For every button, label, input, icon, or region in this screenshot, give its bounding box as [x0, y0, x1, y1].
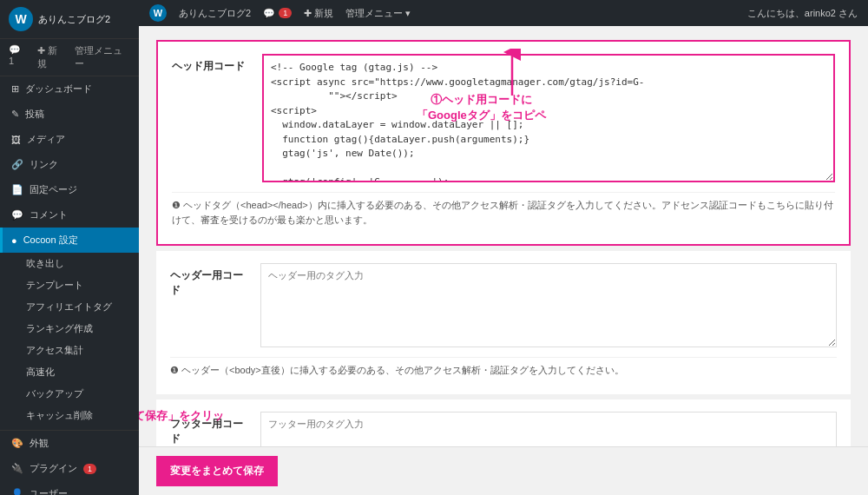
header-code-hint: ❶ ヘッダー（<body>直後）に挿入する必要のある、その他アクセス解析・認証タ… [170, 357, 837, 383]
head-code-row: ヘッド用コード <!-- Google tag (gtag.js) --> <s… [172, 54, 835, 185]
sidebar-menu: ⊞ ダッシュボード ✎ 投稿 🖼 メディア 🔗 リンク 📄 固定ページ 💬 コメ… [0, 76, 139, 495]
sidebar-header: W ありんこブログ2 [0, 0, 139, 39]
sidebar-item-users[interactable]: 👤 ユーザー [0, 481, 139, 495]
head-code-textarea[interactable]: <!-- Google tag (gtag.js) --> <script as… [262, 54, 835, 182]
media-icon: 🖼 [11, 135, 21, 145]
sidebar-item-speedup[interactable]: 高速化 [17, 361, 139, 383]
head-code-field: <!-- Google tag (gtag.js) --> <script as… [262, 54, 835, 185]
admin-bar-new[interactable]: ✚ 新規 [304, 7, 333, 20]
links-icon: 🔗 [11, 159, 23, 170]
comments-icon: 💬 [11, 209, 23, 221]
admin-menu[interactable]: 管理メニュー [75, 44, 130, 70]
sidebar-item-template[interactable]: テンプレート [17, 274, 139, 296]
header-code-section: ヘッダー用コード ❶ ヘッダー（<body>直後）に挿入する必要のある、その他ア… [156, 251, 851, 394]
admin-bar-sitename[interactable]: ありんこブログ2 [179, 7, 251, 20]
wp-logo: W [9, 7, 33, 31]
wp-logo-small: W [149, 4, 167, 22]
admin-bar-left: W ありんこブログ2 💬 1 ✚ 新規 管理メニュー ▾ [149, 4, 411, 22]
content-wrapper: ①ヘッド用コードに「Googleタグ」をコピペ ヘッド用コード <!-- Goo… [156, 40, 851, 446]
sidebar-item-backup[interactable]: バックアップ [17, 383, 139, 405]
admin-bar-logo[interactable]: W [149, 4, 167, 22]
sidebar-item-posts[interactable]: ✎ 投稿 [0, 102, 139, 127]
admin-bar-comments[interactable]: 💬 1 [263, 8, 292, 19]
sidebar-item-appearance[interactable]: 🎨 外観 [0, 431, 139, 456]
new-post[interactable]: ✚ 新規 [37, 44, 66, 70]
head-code-hint: ❶ ヘッドタグ（<head></head>）内に挿入する必要のある、その他アクセ… [172, 192, 835, 232]
header-code-label: ヘッダー用コード [170, 263, 248, 298]
sidebar-item-media[interactable]: 🖼 メディア [0, 127, 139, 152]
footer-bar: 変更をまとめて保存 [139, 446, 868, 495]
sidebar-item-links[interactable]: 🔗 リンク [0, 152, 139, 177]
sidebar-item-cocoon[interactable]: ● Cocoon 設定 [0, 228, 139, 253]
dashboard-icon: ⊞ [11, 83, 19, 95]
site-name: ありんこブログ2 [38, 13, 110, 26]
pages-icon: 📄 [11, 184, 23, 195]
footer-code-label: フッター用コード [170, 412, 248, 446]
main-content: ①ヘッド用コードに「Googleタグ」をコピペ ヘッド用コード <!-- Goo… [139, 26, 868, 446]
admin-bar-menu[interactable]: 管理メニュー ▾ [345, 7, 411, 20]
header-code-field [260, 263, 837, 350]
admin-bar: W ありんこブログ2 💬 1 ✚ 新規 管理メニュー ▾ こんにちは、arink… [139, 0, 868, 26]
posts-icon: ✎ [11, 109, 19, 120]
cocoon-submenu: 吹き出し テンプレート アフィリエイトタグ ランキング作成 アクセス集計 高速化… [0, 253, 139, 426]
comment-count[interactable]: 💬 1 [9, 44, 29, 70]
top-bar-items: 💬 1 ✚ 新規 管理メニュー [0, 39, 139, 76]
footer-code-section: フッター用コード ❶ フッター（</body>直後）に挿入する必要のある、その他… [156, 399, 851, 446]
admin-bar-user: こんにちは、arinko2 さん [747, 7, 858, 20]
sidebar-item-ranking[interactable]: ランキング作成 [17, 318, 139, 340]
appearance-icon: 🎨 [11, 438, 23, 449]
sidebar-item-comments[interactable]: 💬 コメント [0, 202, 139, 228]
comment-badge: 1 [279, 8, 292, 18]
sidebar-item-pages[interactable]: 📄 固定ページ [0, 177, 139, 202]
head-code-label: ヘッド用コード [172, 54, 250, 74]
footer-code-textarea[interactable] [260, 412, 837, 446]
sidebar-item-affiliate[interactable]: アフィリエイトタグ [17, 296, 139, 318]
footer-section-wrapper: ②「変更をまとめて保存」をクリック フッター用コード [156, 399, 851, 446]
header-code-textarea[interactable] [260, 263, 837, 347]
sidebar-item-plugins[interactable]: 🔌 プラグイン 1 [0, 456, 139, 481]
footer-code-field [260, 412, 837, 446]
header-code-row: ヘッダー用コード [170, 263, 837, 350]
plugins-icon: 🔌 [11, 463, 23, 474]
sidebar-item-balloon[interactable]: 吹き出し [17, 253, 139, 274]
sidebar-item-dashboard[interactable]: ⊞ ダッシュボード [0, 76, 139, 102]
save-button[interactable]: 変更をまとめて保存 [156, 456, 278, 486]
cocoon-icon: ● [11, 235, 17, 246]
plugins-badge: 1 [83, 464, 96, 474]
head-code-section: ヘッド用コード <!-- Google tag (gtag.js) --> <s… [156, 40, 851, 246]
users-icon: 👤 [11, 488, 23, 495]
sidebar-item-cache[interactable]: キャッシュ削除 [17, 405, 139, 426]
sidebar-item-access[interactable]: アクセス集計 [17, 340, 139, 361]
footer-code-row: フッター用コード [170, 412, 837, 446]
